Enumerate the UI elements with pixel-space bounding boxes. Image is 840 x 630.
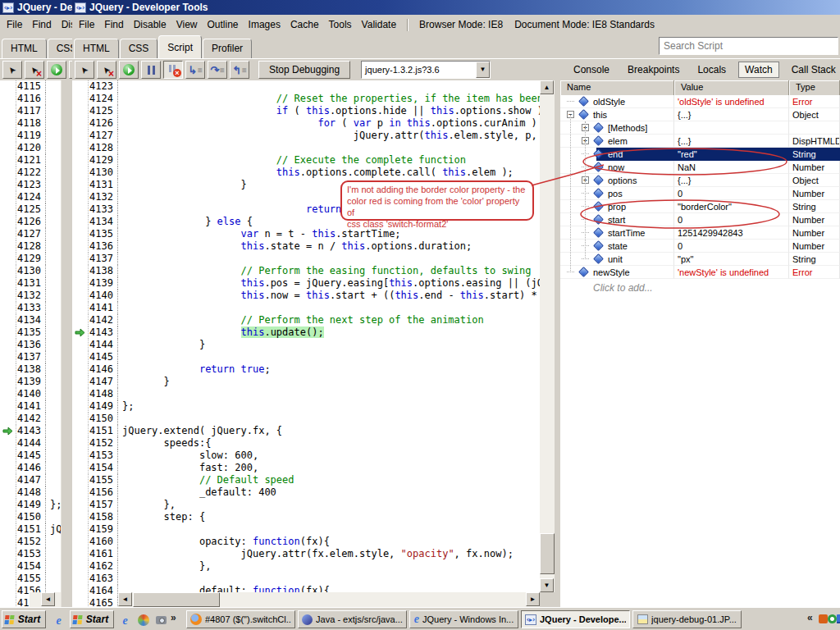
menu-item-find[interactable]: Find [27, 16, 56, 33]
breakpoint-gutter[interactable] [72, 154, 89, 167]
breakpoint-gutter[interactable] [0, 203, 16, 216]
breakpoint-gutter[interactable] [0, 290, 16, 302]
breakpoint-gutter[interactable] [0, 326, 16, 339]
code-line[interactable]: 4130 this.options.complete.call( this.el… [72, 167, 540, 179]
breakpoint-gutter[interactable] [72, 179, 89, 191]
breakpoint-gutter[interactable] [72, 339, 89, 351]
break-on-error-button[interactable] [163, 61, 183, 79]
clear-selection-button[interactable] [97, 61, 116, 79]
tab-css[interactable]: CSS [120, 39, 158, 58]
menu-item-file[interactable]: File [74, 16, 99, 33]
scroll-right-button[interactable]: ► [526, 592, 540, 606]
step-out-button[interactable] [230, 61, 249, 79]
scroll-up-button[interactable]: ▲ [540, 80, 554, 94]
taskbar-task-java[interactable]: Java - extjs/src/java... [298, 610, 407, 628]
code-line[interactable]: 4140 this.now = this.start + ((this.end … [72, 290, 540, 302]
code-line[interactable]: 4163 [72, 573, 540, 585]
step-over-button[interactable] [208, 61, 227, 79]
tray-update-icon[interactable] [828, 614, 837, 623]
tab-html[interactable]: HTML [2, 39, 47, 58]
taskbar-task-firefox[interactable]: #4807 ($(").switchCl... [186, 610, 295, 628]
breakpoint-gutter[interactable] [72, 203, 89, 216]
start-button[interactable]: Start [2, 610, 46, 628]
code-line[interactable]: 4142 // Perform the next step of the ani… [72, 314, 540, 326]
breakpoint-gutter[interactable] [72, 93, 89, 105]
taskbar-task-ie[interactable]: JQuery - Windows In... [409, 610, 518, 628]
clear-selection-button[interactable] [25, 61, 44, 79]
taskbar-task-devtools[interactable]: JQuery - Develope... [521, 610, 630, 628]
panel-splitter[interactable] [555, 80, 560, 607]
start-button[interactable]: Start [70, 610, 114, 628]
panel-tab-call-stack[interactable]: Call Stack [783, 62, 840, 78]
step-into-button[interactable] [185, 61, 205, 79]
vertical-scrollbar[interactable]: ▲ ▼ [540, 80, 555, 592]
tab-html[interactable]: HTML [74, 39, 119, 58]
breakpoint-gutter[interactable] [72, 240, 89, 253]
code-line[interactable]: 4141 [72, 302, 540, 314]
breakpoint-gutter[interactable] [72, 80, 89, 93]
scroll-left-button[interactable]: ◄ [118, 592, 132, 606]
menu-item-validate[interactable]: Validate [357, 16, 401, 33]
breakpoint-gutter[interactable] [0, 179, 16, 191]
breakpoint-gutter[interactable] [72, 376, 89, 388]
breakpoint-gutter[interactable] [0, 585, 16, 597]
code-line[interactable]: 4149}; [72, 400, 540, 413]
code-line[interactable]: 4138 // Perform the easing function, def… [72, 265, 540, 277]
watch-row[interactable]: nowNaNNumber [560, 161, 840, 174]
watch-column-header[interactable]: Type [789, 80, 840, 95]
tray-network-icon[interactable] [837, 614, 840, 623]
breakpoint-gutter[interactable] [0, 302, 16, 314]
breakpoint-gutter[interactable] [0, 93, 16, 105]
breakpoint-gutter[interactable] [72, 413, 89, 425]
horizontal-scroll-thumb[interactable] [133, 592, 220, 607]
breakpoint-gutter[interactable] [0, 597, 16, 607]
breakpoint-gutter[interactable] [72, 117, 89, 130]
code-line[interactable]: 4125 if ( this.options.hide || this.opti… [72, 105, 540, 117]
breakpoint-gutter[interactable] [72, 523, 89, 536]
menu-item-outline[interactable]: Outline [203, 16, 244, 33]
breakpoint-gutter[interactable] [72, 400, 89, 413]
breakpoint-gutter[interactable] [72, 474, 89, 486]
code-line[interactable]: 4162 }, [72, 560, 540, 573]
breakpoint-gutter[interactable] [72, 105, 89, 117]
quicklaunch-ie-icon[interactable] [51, 612, 66, 628]
code-line[interactable]: 4150 [72, 413, 540, 425]
code-line[interactable]: 4145 [72, 351, 540, 363]
breakpoint-gutter[interactable] [72, 511, 89, 523]
breakpoint-gutter[interactable] [72, 167, 89, 179]
scroll-left-button[interactable]: ◄ [41, 592, 55, 606]
watch-row[interactable]: start0Number [560, 213, 840, 226]
breakpoint-gutter[interactable] [0, 400, 16, 413]
taskbar-task-image[interactable]: jquery-debug-01.JP... [632, 610, 742, 628]
breakpoint-gutter[interactable] [0, 80, 16, 93]
code-line[interactable]: 4153 slow: 600, [72, 450, 540, 462]
watch-row[interactable]: startTime1251429942843Number [560, 226, 840, 240]
code-line[interactable]: 4155 // Default speed [72, 474, 540, 486]
breakpoint-gutter[interactable] [0, 314, 16, 326]
watch-row[interactable]: oldStyle'oldStyle' is undefinedError [560, 95, 840, 108]
watch-row[interactable]: pos0Number [560, 187, 840, 200]
code-line[interactable]: 4139 this.pos = jQuery.easing[this.optio… [72, 277, 540, 290]
menu-item-disa[interactable]: Disa [57, 16, 72, 33]
watch-row[interactable]: state0Number [560, 240, 840, 253]
code-line[interactable]: 4129 // Execute the complete function [72, 154, 540, 167]
tab-script[interactable]: Script [158, 35, 202, 58]
breakpoint-gutter[interactable] [0, 363, 16, 376]
breakpoint-gutter[interactable] [72, 486, 89, 499]
breakpoint-gutter[interactable] [72, 290, 89, 302]
watch-row[interactable]: −this{...}Object [560, 108, 840, 121]
breakpoint-gutter[interactable] [0, 376, 16, 388]
tray-java-icon[interactable] [819, 614, 828, 623]
panel-tab-console[interactable]: Console [564, 62, 619, 78]
watch-add-row[interactable]: Click to add... [560, 279, 840, 294]
panel-tab-breakpoints[interactable]: Breakpoints [619, 62, 688, 78]
breakpoint-gutter[interactable] [72, 265, 89, 277]
breakpoint-gutter[interactable] [0, 536, 16, 548]
code-line[interactable]: 4147 } [72, 376, 540, 388]
quicklaunch-snagit-icon[interactable] [135, 612, 151, 628]
tab-css[interactable]: CSS [48, 39, 72, 58]
breakpoint-gutter[interactable] [0, 117, 16, 130]
continue-button[interactable] [119, 61, 139, 79]
code-line[interactable]: 4161 jQuery.attr(fx.elem.style, "opacity… [72, 548, 540, 560]
code-line[interactable]: 4128 [72, 142, 540, 154]
